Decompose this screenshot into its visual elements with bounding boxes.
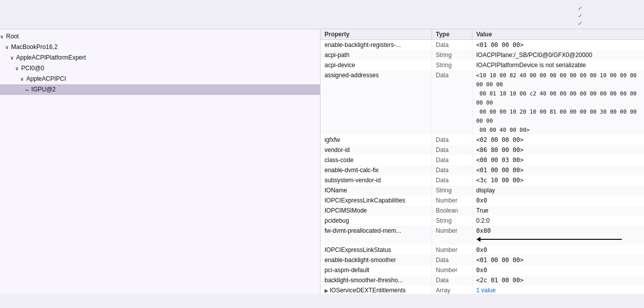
tree-item-igpu-2[interactable]: ⌙ IGPU@2 [0, 84, 320, 95]
active-row: ✓ [578, 20, 625, 27]
table-row[interactable]: acpi-deviceStringIOACPIPlatformDevice is… [320, 60, 644, 70]
properties-table: Property Type Value enable-backlight-reg… [320, 29, 644, 294]
property-name: assigned-addresses [320, 70, 432, 135]
tree-indent [0, 42, 5, 52]
tree-panel[interactable]: ∨ Root ∨ MacBookPro16,2 ∨ AppleACPIPlatf… [0, 29, 320, 294]
property-value-cell: 0:2:0 [472, 216, 644, 226]
tree-indent [10, 64, 15, 73]
tree-indent [5, 74, 10, 83]
registered-check: ✓ [578, 5, 582, 12]
property-name: acpi-path [320, 50, 432, 60]
tree-indent [0, 74, 5, 83]
property-value-cell: <3c 10 00 00> [472, 175, 644, 185]
property-value-cell: IOACPIPlatformDevice is not serializable [472, 60, 644, 70]
table-row[interactable]: IOPCIExpressLinkStatusNumber0x0 [320, 245, 644, 255]
property-type: Data [432, 40, 472, 50]
tree-indent [15, 74, 20, 83]
property-value: 0x0 [476, 267, 488, 274]
table-row[interactable]: ▶ IOServiceDEXTEntitlementsArray1 value [320, 285, 644, 294]
matched-check: ✓ [578, 13, 582, 19]
tree-item-appleacpiplatformexpert[interactable]: ∨ AppleACPIPlatformExpert [0, 53, 320, 63]
tree-arrow-icon: ∨ [10, 54, 16, 63]
tree-item-root[interactable]: ∨ Root [0, 31, 320, 42]
properties-panel[interactable]: Property Type Value enable-backlight-reg… [320, 29, 644, 294]
tree-item-label: AppleACPIPlatformExpert [16, 54, 86, 61]
property-value-cell: <00 00 03 00> [472, 155, 644, 165]
table-row[interactable]: IONameStringdisplay [320, 185, 644, 195]
property-name: backlight-smoother-thresho... [320, 275, 432, 285]
tree-indent [0, 64, 5, 73]
tree-arrow-icon: ∨ [0, 32, 6, 41]
table-row[interactable]: assigned-addressesData<10 10 00 82 40 00… [320, 70, 644, 135]
property-name: fw-dvmt-preallocated-mem... [320, 226, 432, 245]
property-name: pci-aspm-default [320, 265, 432, 275]
property-name: pcidebug [320, 216, 432, 226]
property-value: <00 00 03 00> [476, 157, 524, 164]
property-value: 0x80 [476, 227, 491, 234]
property-value-cell: <01 00 00 00> [472, 255, 644, 265]
property-type: Data [432, 135, 472, 145]
property-value: <2c 01 00 00> [476, 277, 524, 284]
property-type: Data [432, 155, 472, 165]
table-row[interactable]: enable-backlight-registers-...Data<01 00… [320, 40, 644, 50]
table-row[interactable]: igfxfwData<02 00 00 00> [320, 135, 644, 145]
tree-indent [10, 74, 15, 83]
property-value-cell: <10 10 00 82 40 00 00 00 00 00 00 00 10 … [472, 70, 644, 135]
table-row[interactable]: enable-backlight-smootherData<01 00 00 0… [320, 255, 644, 265]
tree-item-appleacpipci[interactable]: ∨ AppleACPIPCI [0, 74, 320, 84]
tree-item-label: PCI0@0 [21, 65, 44, 72]
table-row[interactable]: class-codeData<00 00 03 00> [320, 155, 644, 165]
table-row[interactable]: acpi-pathStringIOACPIPlane:/_SB/PCI0@0/G… [320, 50, 644, 60]
property-type: Number [432, 265, 472, 275]
table-row[interactable]: backlight-smoother-thresho...Data<2c 01 … [320, 275, 644, 285]
property-type: Data [432, 255, 472, 265]
property-value: <02 00 00 00> [476, 136, 524, 143]
tree-indent [5, 64, 10, 73]
property-value-cell: 0x0 [472, 195, 644, 206]
property-value: <10 10 00 82 40 00 00 00 00 00 00 00 10 … [476, 72, 637, 133]
tree-indent [0, 85, 5, 94]
table-row[interactable]: fw-dvmt-preallocated-mem...Number0x80 [320, 226, 644, 245]
property-name: IOPCIExpressLinkStatus [320, 245, 432, 255]
property-name: vendor-id [320, 145, 432, 155]
table-row[interactable]: IOPCIExpressLinkCapabilitiesNumber0x0 [320, 195, 644, 206]
property-column-header: Property [320, 29, 432, 40]
tree-item-pci0-0[interactable]: ∨ PCI0@0 [0, 63, 320, 74]
tree-item-label: MacBookPro16,2 [11, 43, 58, 50]
matched-row: ✓ [578, 13, 625, 19]
property-value-cell: <01 00 00 00> [472, 40, 644, 50]
table-row[interactable]: enable-dvmt-calc-fixData<01 00 00 00> [320, 165, 644, 175]
tree-indent [15, 85, 20, 94]
property-type: String [432, 185, 472, 195]
property-value: 0:2:0 [476, 217, 490, 224]
property-value: <86 80 00 00> [476, 146, 524, 153]
table-row[interactable]: vendor-idData<86 80 00 00> [320, 145, 644, 155]
table-row[interactable]: pcidebugString0:2:0 [320, 216, 644, 226]
header-right-wrapper: ✓ ✓ ✓ [568, 5, 638, 27]
property-name: IOName [320, 185, 432, 195]
table-row[interactable]: pci-aspm-defaultNumber0x0 [320, 265, 644, 275]
table-row[interactable]: IOPCIMSIModeBooleanTrue [320, 206, 644, 216]
property-value: 0x0 [476, 197, 488, 204]
arrow-annotation [476, 237, 622, 242]
tree-item-label: Root [6, 33, 19, 40]
property-type: String [432, 50, 472, 60]
registered-row: ✓ [578, 5, 625, 12]
table-row[interactable]: subsystem-vendor-idData<3c 10 00 00> [320, 175, 644, 185]
property-value: <01 00 00 00> [476, 256, 524, 264]
type-column-header: Type [432, 29, 472, 40]
tree-arrow-icon: ∨ [5, 43, 11, 52]
property-name: enable-backlight-smoother [320, 255, 432, 265]
tree-indent [0, 53, 5, 62]
property-value: display [476, 187, 495, 194]
property-value-cell: 0x0 [472, 245, 644, 255]
property-value-cell: True [472, 206, 644, 216]
tree-item-macbookpro16-2[interactable]: ∨ MacBookPro16,2 [0, 42, 320, 53]
property-value: True [476, 207, 489, 214]
tree-item-label: IGPU@2 [31, 86, 56, 93]
property-type: Data [432, 165, 472, 175]
property-value-cell: IOACPIPlane:/_SB/PCI0@0/GFX0@20000 [472, 50, 644, 60]
expand-icon[interactable]: ▶ [325, 286, 330, 294]
property-type: Number [432, 245, 472, 255]
main-content: ∨ Root ∨ MacBookPro16,2 ∨ AppleACPIPlatf… [0, 29, 644, 294]
